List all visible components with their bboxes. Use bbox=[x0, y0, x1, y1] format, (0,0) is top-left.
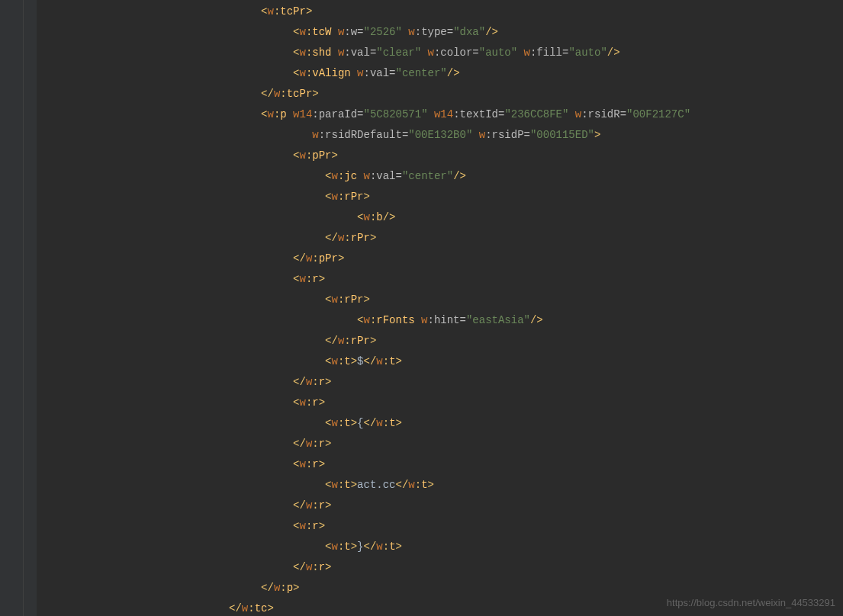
code-line[interactable]: <w:t>{</w:t> bbox=[37, 413, 843, 434]
code-line[interactable]: </w:rPr> bbox=[37, 331, 843, 351]
editor-gutter bbox=[0, 0, 37, 616]
code-line[interactable]: <w:t>act.cc</w:t> bbox=[37, 475, 843, 496]
code-line[interactable]: <w:rFonts w:hint="eastAsia"/> bbox=[37, 310, 843, 331]
code-line[interactable]: <w:r> bbox=[37, 454, 843, 475]
code-line[interactable]: <w:b/> bbox=[37, 207, 843, 228]
watermark-text: https://blog.csdn.net/weixin_44533291 bbox=[667, 597, 835, 608]
code-line[interactable]: <w:t>$</w:t> bbox=[37, 351, 843, 372]
code-editor-content[interactable]: <w:tcPr> <w:tcW w:w="2526" w:type="dxa"/… bbox=[37, 0, 843, 616]
code-line[interactable]: w:rsidRDefault="00E132B0" w:rsidP="00011… bbox=[37, 125, 843, 146]
code-line[interactable]: <w:rPr> bbox=[37, 187, 843, 207]
code-line[interactable]: <w:p w14:paraId="5C820571" w14:textId="2… bbox=[37, 104, 843, 125]
code-line[interactable]: <w:r> bbox=[37, 269, 843, 290]
code-line[interactable]: <w:tcPr> bbox=[37, 2, 843, 22]
gutter-divider bbox=[23, 0, 24, 616]
code-line[interactable]: <w:t>}</w:t> bbox=[37, 537, 843, 557]
code-line[interactable]: <w:pPr> bbox=[37, 146, 843, 166]
code-line[interactable]: </w:r> bbox=[37, 496, 843, 516]
code-line[interactable]: <w:vAlign w:val="center"/> bbox=[37, 63, 843, 84]
code-line[interactable]: </w:r> bbox=[37, 557, 843, 578]
code-line[interactable]: <w:r> bbox=[37, 516, 843, 537]
code-line[interactable]: <w:r> bbox=[37, 393, 843, 413]
code-line[interactable]: </w:p> bbox=[37, 578, 843, 598]
code-line[interactable]: <w:jc w:val="center"/> bbox=[37, 166, 843, 187]
code-line[interactable]: </w:rPr> bbox=[37, 228, 843, 249]
code-line[interactable]: </w:r> bbox=[37, 434, 843, 454]
code-line[interactable]: </w:tcPr> bbox=[37, 84, 843, 104]
code-line[interactable]: <w:rPr> bbox=[37, 290, 843, 310]
code-line[interactable]: <w:shd w:val="clear" w:color="auto" w:fi… bbox=[37, 43, 843, 63]
code-line[interactable]: <w:tcW w:w="2526" w:type="dxa"/> bbox=[37, 22, 843, 43]
code-line[interactable]: </w:r> bbox=[37, 372, 843, 393]
code-line[interactable]: </w:pPr> bbox=[37, 249, 843, 269]
